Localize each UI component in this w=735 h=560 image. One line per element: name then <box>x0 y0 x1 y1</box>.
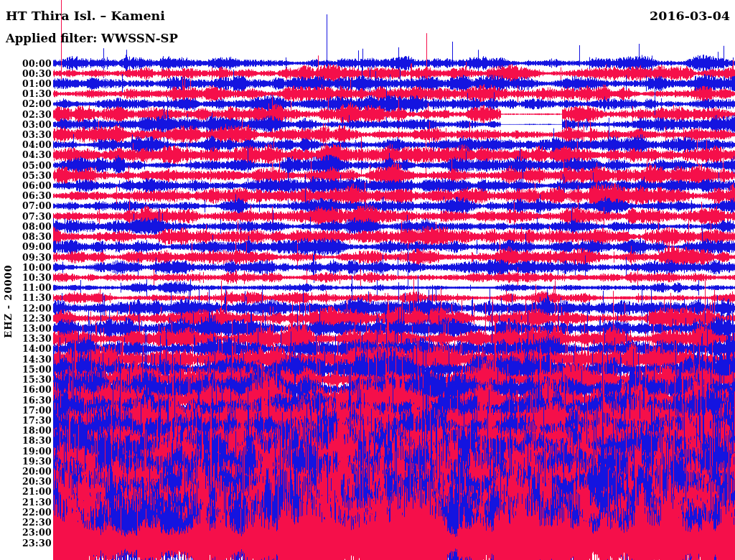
time-label: 04:00 <box>0 140 52 149</box>
time-label: 14:00 <box>0 344 52 353</box>
time-label: 19:30 <box>0 457 52 466</box>
time-label: 09:30 <box>0 253 52 262</box>
time-label: 15:00 <box>0 365 52 374</box>
time-label: 16:00 <box>0 385 52 394</box>
time-label: 09:00 <box>0 242 52 251</box>
time-label: 21:30 <box>0 498 52 507</box>
time-label: 20:00 <box>0 467 52 476</box>
time-label: 22:30 <box>0 518 52 527</box>
time-label: 14:30 <box>0 355 52 364</box>
time-label: 12:00 <box>0 304 52 313</box>
helicorder-page: HT Thira Isl. – Kameni 2016-03-04 Applie… <box>0 0 735 560</box>
time-label: 06:30 <box>0 191 52 200</box>
time-label: 00:30 <box>0 69 52 78</box>
time-label: 20:30 <box>0 477 52 486</box>
time-label: 13:30 <box>0 334 52 343</box>
time-label: 22:00 <box>0 508 52 517</box>
time-axis: 00:0000:3001:0001:3002:0002:3003:0003:30… <box>0 0 52 560</box>
time-label: 08:00 <box>0 222 52 231</box>
time-label: 17:00 <box>0 406 52 415</box>
time-label: 03:00 <box>0 120 52 129</box>
time-label: 19:00 <box>0 447 52 456</box>
time-label: 12:30 <box>0 314 52 323</box>
time-label: 18:00 <box>0 426 52 435</box>
time-label: 07:30 <box>0 212 52 221</box>
time-label: 17:30 <box>0 416 52 425</box>
time-label: 23:30 <box>0 538 52 548</box>
time-label: 06:00 <box>0 181 52 190</box>
time-label: 18:30 <box>0 436 52 445</box>
time-label: 10:00 <box>0 263 52 272</box>
time-label: 05:30 <box>0 171 52 180</box>
date-label: 2016-03-04 <box>650 9 730 23</box>
time-label: 11:30 <box>0 293 52 302</box>
time-label: 01:30 <box>0 89 52 98</box>
time-label: 05:00 <box>0 161 52 170</box>
time-label: 21:00 <box>0 487 52 496</box>
time-label: 08:30 <box>0 232 52 241</box>
time-label: 01:00 <box>0 79 52 88</box>
time-label: 04:30 <box>0 150 52 159</box>
time-label: 07:00 <box>0 201 52 210</box>
time-label: 23:00 <box>0 528 52 537</box>
time-label: 02:00 <box>0 99 52 108</box>
time-label: 15:30 <box>0 375 52 384</box>
helicorder-canvas <box>0 0 735 560</box>
time-label: 02:30 <box>0 110 52 119</box>
time-label: 10:30 <box>0 273 52 282</box>
time-label: 16:30 <box>0 396 52 405</box>
time-label: 00:00 <box>0 59 52 68</box>
time-label: 11:00 <box>0 283 52 292</box>
time-label: 13:00 <box>0 324 52 333</box>
time-label: 03:30 <box>0 130 52 139</box>
